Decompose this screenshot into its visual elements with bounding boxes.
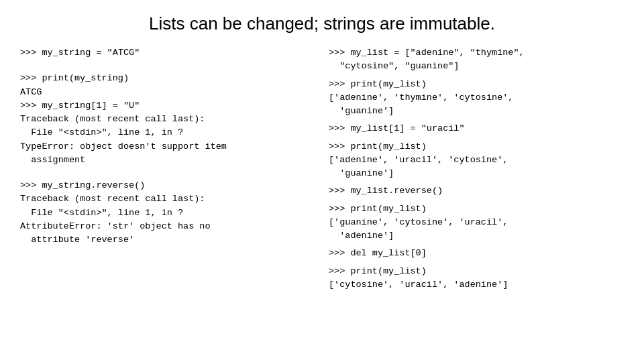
left-code-block-1: >>> my_string = "ATCG" (20, 46, 315, 60)
right-code-block-4: >>> print(my_list)['adenine', 'uracil', … (329, 140, 624, 181)
code-line: ATCG (20, 86, 315, 99)
code-line: File "<stdin>", line 1, in ? (20, 206, 315, 220)
page-title: Lists can be changed; strings are immuta… (20, 13, 624, 34)
code-line: 'adenine'] (329, 229, 624, 243)
code-line: 'guanine'] (329, 167, 624, 180)
code-line: ['cytosine', 'uracil', 'adenine'] (329, 278, 624, 292)
right-column: >>> my_list = ["adenine", "thymine", "cy… (329, 46, 624, 349)
code-line: >>> del my_list[0] (329, 247, 624, 260)
left-code-block-2: >>> print(my_string)ATCG>>> my_string[1]… (20, 72, 315, 167)
content-columns: >>> my_string = "ATCG">>> print(my_strin… (20, 46, 624, 349)
code-line: >>> print(my_list) (329, 140, 624, 154)
code-line: >>> my_string = "ATCG" (20, 46, 315, 60)
code-line: AttributeError: 'str' object has no (20, 220, 315, 233)
code-line: TypeError: object doesn't support item (20, 140, 315, 154)
page-container: Lists can be changed; strings are immuta… (0, 0, 644, 362)
code-line: >>> my_string.reverse() (20, 179, 315, 192)
right-code-block-6: >>> print(my_list)['guanine', 'cytosine'… (329, 202, 624, 243)
code-line: ['adenine', 'thymine', 'cytosine', (329, 91, 624, 105)
right-code-block-3: >>> my_list[1] = "uracil" (329, 122, 624, 135)
code-line: File "<stdin>", line 1, in ? (20, 126, 315, 139)
left-column: >>> my_string = "ATCG">>> print(my_strin… (20, 46, 315, 349)
code-line: >>> print(my_list) (329, 265, 624, 278)
code-line: ['adenine', 'uracil', 'cytosine', (329, 154, 624, 167)
code-line: attribute 'reverse' (20, 233, 315, 247)
code-line: "cytosine", "guanine"] (329, 60, 624, 73)
right-code-block-1: >>> my_list = ["adenine", "thymine", "cy… (329, 46, 624, 74)
right-code-block-2: >>> print(my_list)['adenine', 'thymine',… (329, 78, 624, 119)
code-line: >>> my_list = ["adenine", "thymine", (329, 46, 624, 60)
right-code-block-5: >>> my_list.reverse() (329, 184, 624, 198)
code-line: assignment (20, 154, 315, 167)
code-line: >>> print(my_list) (329, 78, 624, 91)
code-line: >>> print(my_list) (329, 202, 624, 216)
code-line: >>> my_string[1] = "U" (20, 99, 315, 113)
code-line: >>> my_list.reverse() (329, 184, 624, 198)
code-line: >>> my_list[1] = "uracil" (329, 122, 624, 135)
right-code-block-7: >>> del my_list[0] (329, 247, 624, 260)
code-line: ['guanine', 'cytosine', 'uracil', (329, 216, 624, 229)
code-line: Traceback (most recent call last): (20, 113, 315, 126)
code-line: >>> print(my_string) (20, 72, 315, 85)
code-line: 'guanine'] (329, 105, 624, 118)
right-code-block-8: >>> print(my_list)['cytosine', 'uracil',… (329, 265, 624, 292)
code-line: Traceback (most recent call last): (20, 192, 315, 206)
left-code-block-3: >>> my_string.reverse()Traceback (most r… (20, 179, 315, 247)
